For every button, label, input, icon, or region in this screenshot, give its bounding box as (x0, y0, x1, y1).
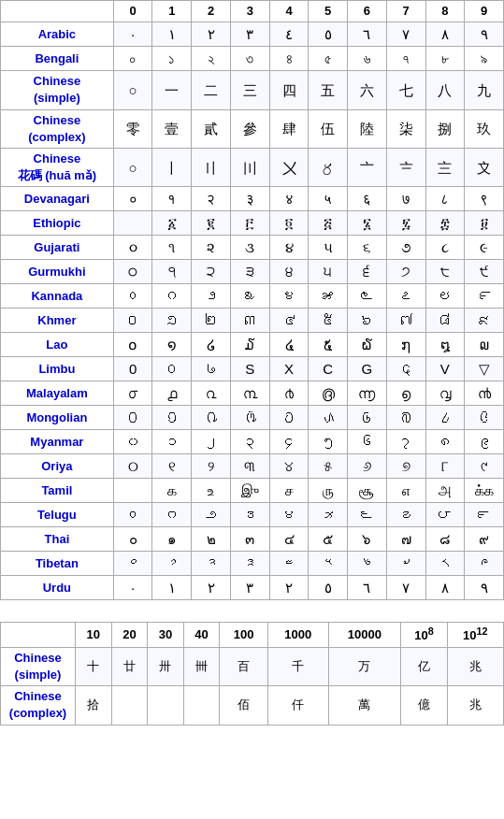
symbol-cell: ๙ (465, 527, 504, 552)
symbol-cell: ౦ (113, 503, 152, 527)
symbol-cell: 千 (267, 647, 328, 685)
table-row: Urdu·١٢٣٢٥٦٧٨٩ (1, 576, 504, 600)
symbol-cell: ரு (309, 479, 348, 503)
add-col-header-10¹²: 1012 (447, 623, 503, 648)
symbol-cell: ९ (465, 187, 504, 211)
symbol-cell: ٥ (309, 576, 348, 600)
symbol-cell: ៩ (465, 309, 504, 333)
symbol-cell: ០ (113, 309, 152, 333)
symbol-cell: 兆 (447, 647, 503, 685)
symbol-cell: ໔ (269, 333, 309, 357)
symbol-cell: ༧ (386, 552, 425, 576)
symbol-cell: ૬ (348, 236, 387, 260)
symbol-cell: 〢 (192, 148, 231, 186)
symbol-cell: ١ (152, 576, 192, 600)
symbol-cell: ८ (425, 187, 465, 211)
symbol-cell: ๐ (113, 527, 152, 552)
symbol-cell: ᥌ (386, 357, 425, 381)
symbol-cell: அ (425, 479, 465, 503)
add-col-header-40: 40 (183, 623, 220, 648)
symbol-cell: · (113, 576, 152, 600)
symbol-cell: ໒ (192, 333, 231, 357)
symbol-cell: 玖 (465, 109, 504, 148)
table-row: Limbu0᥆᥇SXCG᥌V▽ (1, 357, 504, 381)
symbol-cell: ○ (113, 71, 152, 109)
symbol-cell: ༥ (309, 552, 348, 576)
symbol-cell: ٨ (425, 576, 465, 600)
lang-cell: Urdu (1, 576, 114, 600)
table-row: Kannada೦೧೨೩೪೫೬೭೮೯ (1, 284, 504, 309)
symbol-cell: ៨ (425, 309, 465, 333)
symbol-cell: ౬ (348, 503, 387, 527)
symbol-cell: ୫ (309, 454, 348, 479)
symbol-cell: ༣ (230, 552, 269, 576)
symbol-cell: ৩ (230, 47, 269, 71)
symbol-cell: 九 (465, 71, 504, 109)
symbol-cell: ೯ (465, 284, 504, 309)
symbol-cell: ੩ (230, 260, 269, 284)
symbol-cell: १ (152, 187, 192, 211)
lang-cell: Tamil (1, 479, 114, 503)
symbol-cell: ৬ (348, 47, 387, 71)
symbol-cell: ౪ (269, 503, 309, 527)
symbol-cell: ൯ (465, 381, 504, 406)
symbol-cell: 〤 (269, 148, 309, 186)
col-header-7: 7 (386, 1, 425, 22)
symbol-cell: ៧ (386, 309, 425, 333)
symbol-cell: 伍 (309, 109, 348, 148)
symbol-cell: ໕ (309, 333, 348, 357)
symbol-cell: ၆ (348, 430, 387, 454)
table-row: Oriya୦୧୨୩୪୫୬୭୮୯ (1, 454, 504, 479)
symbol-cell: ୦ (113, 454, 152, 479)
lang-cell: Oriya (1, 454, 114, 479)
symbol-cell: ೭ (386, 284, 425, 309)
symbol-cell: ૦ (113, 236, 152, 260)
symbol-cell: 萬 (328, 686, 401, 725)
symbol-cell: ፰ (425, 211, 465, 236)
symbol-cell: ੪ (269, 260, 309, 284)
add-col-header-10: 10 (76, 623, 112, 648)
symbol-cell: 億 (401, 686, 447, 725)
symbol-cell: 廿 (111, 647, 148, 685)
symbol-cell: ೩ (230, 284, 269, 309)
symbol-cell (183, 686, 220, 725)
symbol-cell: ൨ (192, 381, 231, 406)
symbol-cell: 〣 (230, 148, 269, 186)
symbol-cell: 卌 (183, 647, 220, 685)
symbol-cell: 四 (269, 71, 309, 109)
symbol-cell: 柒 (386, 109, 425, 148)
symbol-cell: 七 (386, 71, 425, 109)
symbol-cell: ٢ (192, 576, 231, 600)
symbol-cell: ໑ (152, 333, 192, 357)
symbol-cell: G (348, 357, 387, 381)
symbol-cell: ໘ (425, 333, 465, 357)
symbol-cell: ୯ (465, 454, 504, 479)
symbol-cell: ୩ (230, 454, 269, 479)
table-row: Arabic·١٢٣٤٥٦٧٨٩ (1, 22, 504, 47)
add-col-header-20: 20 (111, 623, 148, 648)
symbol-cell: ໗ (386, 333, 425, 357)
lang-cell: Telugu (1, 503, 114, 527)
col-header-6: 6 (348, 1, 387, 22)
lang-cell: Kannada (1, 284, 114, 309)
symbol-cell: ১ (152, 47, 192, 71)
symbol-cell: ᠗ (386, 406, 425, 430)
symbol-cell: ༦ (348, 552, 387, 576)
symbol-cell: ๖ (348, 527, 387, 552)
symbol-cell: ૫ (309, 236, 348, 260)
symbol-cell: ٣ (230, 576, 269, 600)
symbol-cell: ១ (152, 309, 192, 333)
symbol-cell: ५ (309, 187, 348, 211)
symbol-cell: 〥 (309, 148, 348, 186)
symbol-cell: ७ (386, 187, 425, 211)
symbol-cell: 仟 (267, 686, 328, 725)
symbol-cell: ៥ (309, 309, 348, 333)
symbol-cell: 五 (309, 71, 348, 109)
symbol-cell: ੯ (465, 260, 504, 284)
symbol-cell: ൦ (113, 381, 152, 406)
symbol-cell: 卅 (148, 647, 184, 685)
symbol-cell: 〦 (348, 148, 387, 186)
symbol-cell: 拾 (76, 686, 112, 725)
symbol-cell: ໖ (348, 333, 387, 357)
lang-cell: Thai (1, 527, 114, 552)
